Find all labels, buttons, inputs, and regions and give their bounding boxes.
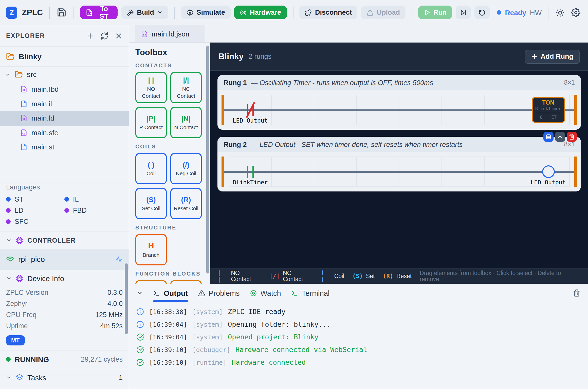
unlink-icon — [305, 9, 312, 16]
rung-1-cell-8[interactable]: TON BlinkTimer Q ET — [527, 95, 569, 125]
src-folder-row[interactable]: src — [0, 67, 129, 82]
tool-symbol: |N| — [181, 114, 191, 123]
simulate-button[interactable]: Simulate — [181, 6, 231, 19]
legend-label: Coil — [334, 273, 344, 279]
tab-output[interactable]: Output — [153, 284, 188, 302]
rung-properties-button[interactable] — [543, 132, 554, 142]
run-button[interactable]: Run — [418, 6, 452, 19]
tasks-section-header[interactable]: Tasks 1 — [0, 369, 129, 386]
cpu-icon — [16, 275, 23, 282]
sidebar-scrollbar[interactable] — [125, 263, 128, 334]
rung-2-grid: BlinkTimer — [217, 152, 581, 191]
legend-no-contact: | |NO Contact — [217, 269, 261, 283]
build-label: Build — [137, 9, 154, 16]
tool-reset-coil[interactable]: (R)Reset Coil — [170, 188, 202, 219]
section-contacts: CONTACTS — [135, 62, 204, 68]
tool-neg-coil[interactable]: (/)Neg Coil — [170, 153, 202, 184]
tool-p-contact[interactable]: |P|P Contact — [135, 107, 167, 138]
log-time: [16:39:04] — [149, 333, 187, 341]
folder-open-icon — [6, 52, 15, 61]
no-contact-element[interactable] — [244, 165, 256, 178]
device-row-rpi-pico[interactable]: rpi_pico — [0, 248, 129, 270]
ladder-legend: | |NO Contact |/|NC Contact ( )Coil (S)S… — [210, 268, 588, 284]
build-button[interactable]: Build — [121, 6, 168, 19]
log-time: [16:39:10] — [149, 346, 187, 353]
section-structure: STRUCTURE — [135, 224, 204, 230]
disconnect-button[interactable]: Disconnect — [299, 6, 358, 19]
sun-icon — [556, 8, 565, 17]
rung-wire — [222, 171, 577, 172]
folder-open-icon — [15, 70, 23, 79]
tool-n-contact[interactable]: |N|N Contact — [170, 107, 202, 138]
lang-name: ST — [15, 195, 24, 203]
settings-button[interactable] — [570, 6, 582, 19]
delete-rung-button[interactable] — [567, 132, 577, 142]
file-row-main-sfc[interactable]: main.sfc — [0, 125, 129, 140]
tool-function-block[interactable] — [170, 280, 202, 284]
log-message: Hardware connected — [232, 358, 306, 366]
move-rung-up-button[interactable] — [555, 132, 565, 142]
tool-no-contact[interactable]: | |NO Contact — [135, 72, 167, 103]
nc-contact-element[interactable] — [244, 103, 256, 116]
lang-dot — [64, 197, 69, 201]
tab-label: Watch — [261, 289, 281, 297]
log-message: Hardware connected via WebSerial — [235, 345, 367, 354]
tool-coil[interactable]: ( )Coil — [135, 153, 167, 184]
ton-timer-block[interactable]: TON BlinkTimer Q ET — [531, 97, 565, 123]
tab-terminal[interactable]: Terminal — [291, 284, 330, 302]
controller-section-header[interactable]: CONTROLLER — [0, 231, 129, 248]
connection-status: Ready HW — [497, 8, 542, 16]
info-label: ZPLC Version — [6, 289, 107, 296]
tool-set-coil[interactable]: (S)Set Coil — [135, 188, 167, 219]
tool-function-block[interactable] — [135, 280, 167, 284]
explorer-title: EXPLORER — [6, 32, 80, 39]
file-row-main-il[interactable]: main.il — [0, 96, 129, 111]
add-rung-button[interactable]: Add Rung — [524, 49, 580, 64]
file-row-main-fbd[interactable]: main.fbd — [0, 82, 129, 96]
file-code-icon — [20, 115, 27, 122]
tab-watch[interactable]: Watch — [250, 284, 281, 302]
collapse-panel-icon[interactable] — [136, 290, 143, 296]
tab-problems[interactable]: Problems — [198, 284, 240, 302]
file-code-icon — [20, 86, 27, 93]
rung-1-header[interactable]: Rung 1 — Oscillating Timer - runs when o… — [217, 75, 581, 90]
file-row-main-st[interactable]: main.st — [0, 140, 129, 154]
file-row-main-ld[interactable]: main.ld — [0, 111, 129, 125]
status-mode: HW — [530, 8, 542, 16]
step-button[interactable] — [456, 6, 471, 19]
controller-label: CONTROLLER — [27, 236, 76, 244]
hardware-button[interactable]: Hardware — [234, 6, 287, 19]
tool-nc-contact[interactable]: |/|NC Contact — [170, 72, 202, 103]
tool-branch[interactable]: HBranch — [135, 234, 167, 265]
file-name: main.fbd — [31, 85, 59, 93]
close-icon[interactable] — [115, 32, 123, 40]
tool-symbol: |P| — [147, 114, 155, 123]
top-toolbar: Z ZPLC To ST Build Simulate Hardware Dis… — [0, 0, 588, 25]
tool-label: Branch — [143, 252, 160, 258]
tab-main-ld-json[interactable]: main.ld.json — [135, 25, 205, 42]
coil-element[interactable] — [542, 165, 555, 178]
divider — [412, 6, 412, 18]
lang-name: LD — [15, 206, 24, 214]
info-row-cpufreq: CPU Freq125 MHz — [0, 309, 129, 320]
reset-button[interactable] — [474, 6, 490, 19]
explorer-header: EXPLORER — [0, 25, 129, 47]
legend-symbol: (S) — [352, 273, 363, 280]
new-file-icon[interactable] — [86, 32, 94, 40]
project-row[interactable]: Blinky — [0, 47, 129, 67]
rung-2-header[interactable]: Rung 2 — LED Output - SET when timer don… — [217, 137, 581, 152]
info-value: 0.3.0 — [107, 289, 123, 296]
theme-toggle-button[interactable] — [554, 6, 566, 19]
rung-title: Rung 2 — [224, 141, 247, 148]
clear-output-icon[interactable] — [573, 289, 581, 297]
refresh-icon[interactable] — [100, 32, 108, 40]
save-button[interactable] — [56, 6, 68, 19]
upload-button[interactable]: Upload — [361, 6, 406, 19]
tool-label: P Contact — [139, 124, 163, 131]
chevron-down-icon — [5, 72, 11, 77]
to-st-button[interactable]: To ST — [80, 6, 118, 19]
device-info-header[interactable]: Device Info — [0, 270, 129, 287]
toolbox-scrollbar[interactable] — [206, 46, 209, 274]
language-sfc: SFC — [6, 218, 64, 225]
info-label: CPU Freq — [6, 311, 95, 319]
